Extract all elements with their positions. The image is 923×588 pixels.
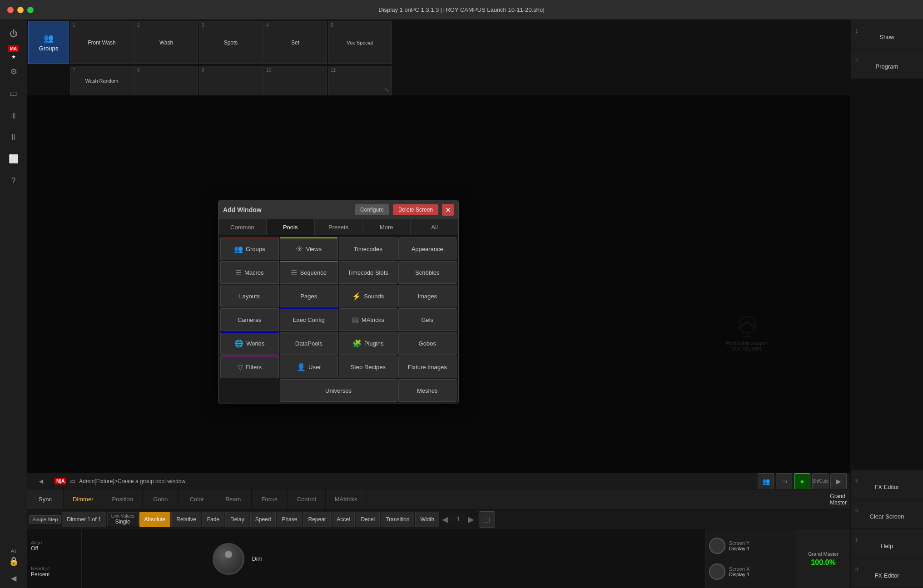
dialog-item-groups[interactable]: 👥 Groups (220, 237, 279, 260)
tab-pools[interactable]: Pools (267, 219, 315, 235)
right-cell-help[interactable]: 7 Help (851, 529, 923, 558)
group-cell-4[interactable]: 4 Set (263, 21, 327, 64)
dialog-item-timecode-slots[interactable]: Timecode Slots (339, 261, 397, 284)
sidebar-power-icon[interactable]: ⏻ (4, 24, 24, 44)
dialog-item-fixture-images[interactable]: Fixture Images (398, 356, 457, 378)
val-arrow-left[interactable]: ◀ (440, 514, 450, 524)
maximize-button[interactable] (27, 7, 34, 13)
val-fade[interactable]: Fade (202, 512, 224, 527)
dialog-item-layouts[interactable]: Layouts (220, 285, 279, 307)
val-width[interactable]: Width (415, 512, 439, 527)
screen-x-control[interactable]: Screen X Display 1 (709, 563, 792, 580)
dialog-item-universes[interactable]: Universes (280, 379, 397, 402)
dialog-item-datapools[interactable]: DataPools (280, 332, 338, 355)
dialog-item-worlds[interactable]: 🌐 Worlds (220, 332, 279, 355)
dialog-item-sequence[interactable]: ☰ Sequence (280, 261, 338, 284)
tab-position[interactable]: Position (103, 489, 143, 509)
cmd-arrow-left[interactable]: ◀ (31, 475, 51, 488)
sidebar-monitor-icon[interactable]: ⬜ (4, 149, 24, 169)
tab-matricks[interactable]: MAtricks (326, 489, 367, 509)
sidebar-faders-icon[interactable]: ⫼ (4, 105, 24, 125)
dimmer-knob[interactable] (213, 543, 244, 575)
group-cell-7[interactable]: 7 Wash Random (70, 66, 134, 95)
ma-badge[interactable]: MA (8, 45, 19, 52)
val-absolute[interactable]: Absolute (139, 512, 171, 527)
group-cell-3[interactable]: 3 Spots (199, 21, 263, 64)
cmd-btn-arrow[interactable]: ▶ (830, 473, 847, 489)
dialog-item-plugins[interactable]: 🧩 Plugins (339, 332, 397, 355)
cmd-btn-2[interactable]: ▭ (776, 473, 792, 489)
cmd-btn-shortcuts[interactable]: Sh/Cuts (812, 473, 829, 489)
val-phase[interactable]: Phase (277, 512, 302, 527)
dialog-item-appearance[interactable]: Appearance (398, 237, 457, 260)
minimize-button[interactable] (17, 7, 24, 13)
configure-button[interactable]: Configure (355, 204, 389, 215)
val-delay[interactable]: Delay (225, 512, 249, 527)
right-cell-fx-editor-1[interactable]: 5 FX Editor (851, 470, 923, 499)
groups-button[interactable]: 👥 Groups (28, 21, 69, 64)
dialog-item-images[interactable]: Images (398, 285, 457, 307)
tab-more[interactable]: More (362, 219, 411, 235)
val-speed[interactable]: Speed (250, 512, 276, 527)
sidebar-lock-icon[interactable]: 🔒 (9, 556, 19, 566)
screen-y-circle[interactable] (709, 538, 725, 554)
group-cell-10[interactable]: 10 (263, 66, 327, 95)
right-cell-clear-screen[interactable]: 6 Clear Screen (851, 499, 923, 529)
sidebar-help-icon[interactable]: ? (4, 171, 24, 191)
val-decel[interactable]: Decel (356, 512, 380, 527)
tab-common[interactable]: Common (218, 219, 267, 235)
val-repeat[interactable]: Repeat (303, 512, 331, 527)
tab-all[interactable]: All (411, 219, 458, 235)
tab-gobo[interactable]: Gobo (143, 489, 179, 509)
dialog-item-sounds[interactable]: ⚡ Sounds (339, 285, 397, 307)
group-cell-9[interactable]: 9 (199, 66, 263, 95)
sidebar-settings-icon[interactable]: ⚙ (4, 62, 24, 82)
cmd-btn-green[interactable]: ● (794, 473, 810, 489)
tab-sync[interactable]: Sync (27, 489, 64, 509)
val-relative[interactable]: Relative (171, 512, 201, 527)
window-controls[interactable] (7, 7, 34, 13)
dialog-item-cameras[interactable]: Cameras (220, 308, 279, 331)
group-cell-5[interactable]: 5 Vox Special (328, 21, 392, 64)
right-cell-show[interactable]: 1 Show (851, 20, 923, 49)
dialog-item-gobos[interactable]: Gobos (398, 332, 457, 355)
dialog-item-pages[interactable]: Pages (280, 285, 338, 307)
tab-control[interactable]: Control (288, 489, 326, 509)
tab-beam[interactable]: Beam (215, 489, 252, 509)
sidebar-fixture-icon[interactable]: ⥮ (4, 127, 24, 147)
group-cell-2[interactable]: 2 Wash (134, 21, 198, 64)
group-cell-11[interactable]: 11 ⤡ (328, 66, 392, 95)
dialog-item-views[interactable]: 👁 Views (280, 237, 338, 260)
tab-color[interactable]: Color (179, 489, 215, 509)
sidebar-arrow-icon[interactable]: ◀ (4, 572, 24, 584)
screen-x-circle[interactable] (709, 563, 725, 580)
val-transition[interactable]: Transition (381, 512, 414, 527)
dialog-item-scribbles[interactable]: Scribbles (398, 261, 457, 284)
dialog-item-gels[interactable]: Gels (398, 308, 457, 331)
sidebar-star-icon[interactable]: ★ (11, 54, 16, 60)
tab-focus[interactable]: Focus (252, 489, 288, 509)
group-cell-8[interactable]: 8 (134, 66, 198, 95)
dialog-item-meshes[interactable]: Meshes (398, 379, 457, 402)
val-arrow-right[interactable]: ▶ (466, 514, 476, 524)
group-cell-1[interactable]: 1 Front Wash (70, 21, 134, 64)
dialog-close-button[interactable]: ✕ (442, 204, 454, 216)
dialog-item-exec-config[interactable]: Exec Config (280, 308, 338, 331)
delete-screen-button[interactable]: Delete Screen (393, 204, 438, 215)
val-icon-btn[interactable]: ⬚ (479, 511, 495, 528)
dialog-item-matricks[interactable]: ▦ MAtricks (339, 308, 397, 331)
val-accel[interactable]: Accel (332, 512, 355, 527)
cmd-text[interactable]: Admin[Fixture]>Create a group pool windo… (79, 478, 754, 484)
dialog-item-timecodes[interactable]: Timecodes (339, 237, 397, 260)
dialog-item-step-recipes[interactable]: Step Recipes (339, 356, 397, 378)
sidebar-screen-icon[interactable]: ▭ (4, 84, 24, 104)
dialog-item-macros[interactable]: ☰ Macros (220, 261, 279, 284)
close-button[interactable] (7, 7, 14, 13)
dialog-item-user[interactable]: 👤 User (280, 356, 338, 378)
tab-dimmer[interactable]: Dimmer (64, 489, 103, 509)
dialog-item-filters[interactable]: ▽ Filters (220, 356, 279, 378)
cmd-btn-1[interactable]: 👥 (758, 473, 774, 489)
right-cell-program[interactable]: 2 Program (851, 49, 923, 79)
screen-y-control[interactable]: Screen Y Display 1 (709, 538, 792, 554)
right-cell-fx-editor-2[interactable]: 8 FX Editor (851, 558, 923, 588)
